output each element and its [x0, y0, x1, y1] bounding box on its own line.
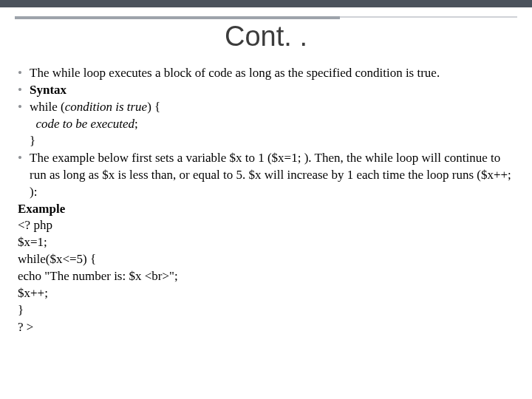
bullet-dot-icon: • [18, 65, 30, 82]
bullet-dot-icon: • [18, 150, 30, 167]
top-bar-dark [0, 0, 532, 7]
code-line-4: echo "The number is: $x <br>"; [18, 268, 517, 285]
slide-body: • The while loop executes a block of cod… [18, 65, 517, 336]
bullet-3-line2: code to be executed; [18, 116, 517, 133]
bullet-3-post: ) { [147, 100, 160, 114]
bullet-3: • while (condition is true) { [18, 99, 517, 116]
bullet-3-pre: while ( [30, 100, 65, 114]
example-label: Example [18, 201, 517, 218]
bullet-3-line2-post: ; [134, 117, 138, 131]
bullet-1-text: The while loop executes a block of code … [30, 65, 517, 82]
slide: Cont. . • The while loop executes a bloc… [0, 0, 532, 399]
bullet-4: • The example below first sets a variabl… [18, 150, 517, 201]
bullet-2-text: Syntax [30, 82, 517, 99]
bullet-3-text: while (condition is true) { [30, 99, 517, 116]
code-line-1: <? php [18, 217, 517, 234]
slide-title: Cont. . [0, 21, 532, 52]
bullet-dot-icon: • [18, 99, 30, 116]
bullet-dot-icon: • [18, 82, 30, 99]
bullet-3-cond: condition is true [65, 100, 147, 114]
title-underline-thick [15, 16, 340, 19]
code-line-2: $x=1; [18, 234, 517, 251]
code-line-6: } [18, 302, 517, 319]
bullet-4-text: The example below first sets a variable … [30, 150, 517, 201]
bullet-1: • The while loop executes a block of cod… [18, 65, 517, 82]
bullet-3-line3: } [18, 133, 517, 150]
top-bar-gap [0, 7, 532, 10]
bullet-2: • Syntax [18, 82, 517, 99]
code-line-3: while($x<=5) { [18, 251, 517, 268]
code-line-7: ? > [18, 319, 517, 336]
bullet-3-line2-text: code to be executed [36, 117, 135, 131]
code-line-5: $x++; [18, 285, 517, 302]
